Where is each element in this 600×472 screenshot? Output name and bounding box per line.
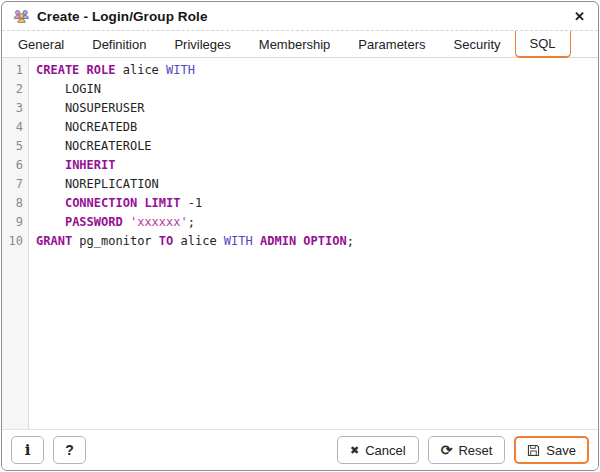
title-bar: Create - Login/Group Role ✕: [2, 2, 598, 31]
code-token-plain: [123, 215, 130, 229]
line-number-gutter: 12345678910: [2, 58, 29, 429]
code-line: CREATE ROLE alice WITH: [36, 61, 598, 80]
code-token-kw: TO: [159, 234, 173, 248]
page-title: Create - Login/Group Role: [37, 9, 208, 24]
sql-code-area: CREATE ROLE alice WITH LOGIN NOSUPERUSER…: [29, 58, 598, 429]
cancel-button[interactable]: ✖ Cancel: [337, 436, 419, 464]
code-token-plain: NOSUPERUSER: [36, 101, 144, 115]
tab-membership[interactable]: Membership: [245, 31, 345, 57]
tab-definition[interactable]: Definition: [78, 31, 160, 57]
info-icon: i: [25, 441, 31, 459]
sql-editor[interactable]: 12345678910 CREATE ROLE alice WITH LOGIN…: [2, 58, 598, 429]
code-line: INHERIT: [36, 156, 598, 175]
tab-general[interactable]: General: [4, 31, 78, 57]
line-number: 9: [2, 213, 23, 232]
action-buttons: ✖ Cancel ⟳ Reset Save: [337, 436, 589, 464]
tab-privileges[interactable]: Privileges: [160, 31, 244, 57]
code-token-plain: [36, 196, 65, 210]
code-token-kw: ADMIN OPTION: [260, 234, 347, 248]
code-line: CONNECTION LIMIT -1: [36, 194, 598, 213]
code-token-plain: ;: [188, 215, 195, 229]
reset-icon: ⟳: [441, 443, 453, 457]
code-line: NOREPLICATION: [36, 175, 598, 194]
line-number: 7: [2, 175, 23, 194]
footer-bar: i ? ✖ Cancel ⟳ Reset Save: [2, 429, 598, 470]
tab-bar: GeneralDefinitionPrivilegesMembershipPar…: [2, 31, 598, 58]
code-line: PASSWORD 'xxxxxx';: [36, 213, 598, 232]
tab-sql[interactable]: SQL: [515, 31, 571, 58]
code-line: GRANT pg_monitor TO alice WITH ADMIN OPT…: [36, 232, 598, 251]
line-number: 10: [2, 232, 23, 251]
line-number: 4: [2, 118, 23, 137]
code-token-kw: INHERIT: [65, 158, 116, 172]
code-token-plain: [36, 158, 65, 172]
code-line: LOGIN: [36, 80, 598, 99]
code-line: NOSUPERUSER: [36, 99, 598, 118]
create-role-dialog: Create - Login/Group Role ✕ GeneralDefin…: [1, 1, 599, 471]
save-button[interactable]: Save: [514, 436, 589, 464]
code-token-plain: [36, 215, 65, 229]
code-token-str: 'xxxxxx': [130, 215, 188, 229]
line-number: 3: [2, 99, 23, 118]
dialog-help-button[interactable]: ?: [53, 436, 86, 464]
code-token-builtin: WITH: [166, 63, 195, 77]
code-line: NOCREATEROLE: [36, 137, 598, 156]
save-icon: [527, 444, 540, 457]
code-token-plain: -1: [181, 196, 203, 210]
code-token-plain: pg_monitor: [72, 234, 159, 248]
line-number: 1: [2, 61, 23, 80]
line-number: 2: [2, 80, 23, 99]
code-line: NOCREATEDB: [36, 118, 598, 137]
code-token-plain: ;: [347, 234, 354, 248]
line-number: 6: [2, 156, 23, 175]
reset-label: Reset: [458, 443, 492, 458]
code-token-plain: NOREPLICATION: [36, 177, 159, 191]
x-icon: ✖: [350, 445, 359, 456]
reset-button[interactable]: ⟳ Reset: [428, 436, 506, 464]
code-token-kw: GRANT: [36, 234, 72, 248]
sql-help-button[interactable]: i: [11, 436, 44, 464]
code-token-kw: CONNECTION LIMIT: [65, 196, 181, 210]
code-token-plain: LOGIN: [36, 82, 101, 96]
code-token-builtin: WITH: [224, 234, 253, 248]
line-number: 5: [2, 137, 23, 156]
code-token-kw: PASSWORD: [65, 215, 123, 229]
code-token-plain: NOCREATEROLE: [36, 139, 152, 153]
code-token-plain: NOCREATEDB: [36, 120, 137, 134]
save-label: Save: [546, 443, 576, 458]
code-token-plain: [253, 234, 260, 248]
login-group-role-icon: [13, 9, 30, 24]
line-number: 8: [2, 194, 23, 213]
cancel-label: Cancel: [365, 443, 405, 458]
code-token-plain: alice: [173, 234, 224, 248]
close-icon[interactable]: ✕: [572, 8, 587, 25]
code-token-kw: CREATE ROLE: [36, 63, 115, 77]
tab-security[interactable]: Security: [440, 31, 515, 57]
tab-parameters[interactable]: Parameters: [344, 31, 439, 57]
code-token-plain: alice: [115, 63, 166, 77]
question-icon: ?: [65, 442, 74, 458]
